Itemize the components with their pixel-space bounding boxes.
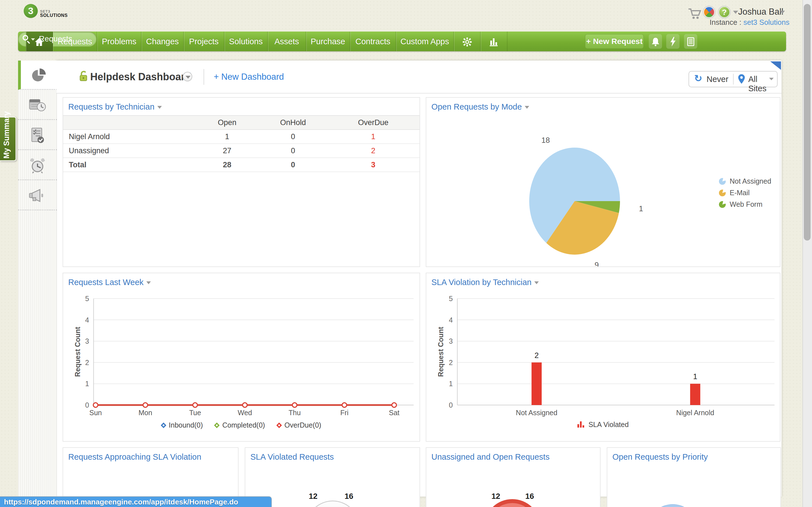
corner-ribbon[interactable] [770, 61, 781, 70]
col-overdue: OverDue [327, 115, 419, 129]
col-open: Open [195, 115, 259, 129]
new-request-button[interactable]: + New Request [585, 34, 644, 49]
svg-text:Sun: Sun [89, 409, 102, 416]
nav-projects[interactable]: Projects [184, 32, 224, 51]
pie-chart-icon [30, 67, 48, 83]
scrollbar-thumb[interactable] [804, 4, 811, 240]
svg-text:5: 5 [85, 295, 89, 302]
legend-diamond-icon [214, 422, 220, 428]
sla-bar-chart: 012345Request Count2Not Assigned1Nigel A… [426, 273, 780, 441]
bar-chart-legend: SLA Violated [426, 420, 780, 430]
table-total-row: Total 28 0 3 [63, 158, 419, 172]
help-icon[interactable]: ? [718, 6, 731, 18]
legend-diamond-icon [161, 422, 166, 428]
svg-text:4: 4 [85, 316, 89, 324]
nav-solutions[interactable]: Solutions [224, 32, 268, 51]
sidebar-item-reminders[interactable] [18, 151, 57, 180]
svg-text:Request Count: Request Count [437, 327, 445, 377]
legend-bars-icon [577, 421, 585, 428]
bell-icon [651, 37, 660, 46]
search-input[interactable] [39, 33, 93, 45]
alarm-clock-icon [29, 157, 46, 173]
search-scope-caret-icon[interactable] [31, 38, 35, 41]
nav-changes[interactable]: Changes [142, 32, 184, 51]
refresh-icon: ↻ [694, 73, 702, 84]
legend-item: Web Form [719, 200, 771, 209]
notifications-button[interactable] [649, 34, 662, 49]
new-dashboard-link[interactable]: + New Dashboard [214, 72, 284, 82]
panel-unassigned-open-requests: Unassigned and Open Requests 12 16 [426, 447, 601, 507]
svg-text:Nigel Arnold: Nigel Arnold [676, 409, 714, 416]
panel-sla-violation-by-technician: SLA Violation by Technician 012345Reques… [426, 273, 780, 442]
calendar-clock-icon [29, 98, 47, 113]
svg-text:Tue: Tue [189, 409, 201, 416]
svg-text:Sat: Sat [389, 409, 400, 416]
legend-pie-marker-icon [719, 189, 726, 196]
refresh-sites-control[interactable]: ↻ Never All Sites [689, 71, 777, 87]
bar-chart-icon [489, 37, 499, 47]
task-list-button[interactable] [684, 34, 697, 49]
svg-text:0: 0 [85, 401, 89, 409]
legend-item: Completed(0) [215, 421, 265, 429]
panel-title[interactable]: Unassigned and Open Requests [432, 452, 550, 462]
help-caret-icon[interactable] [733, 11, 738, 14]
panel-title[interactable]: Requests Approaching SLA Violation [68, 452, 201, 462]
pie-chart-partial [652, 504, 694, 507]
user-menu[interactable]: Joshua Ball [738, 7, 783, 17]
nav-admin[interactable] [454, 32, 481, 51]
svg-text:2: 2 [449, 358, 453, 367]
svg-text:Wed: Wed [238, 409, 252, 416]
svg-text:Not Assigned: Not Assigned [516, 409, 557, 416]
search-icon [22, 35, 28, 41]
nav-problems[interactable]: Problems [97, 32, 142, 51]
svg-text:Thu: Thu [289, 409, 301, 416]
svg-text:1: 1 [449, 380, 453, 388]
svg-text:2: 2 [535, 351, 539, 360]
svg-text:Mon: Mon [139, 409, 152, 416]
dashboard-sidebar [18, 61, 57, 497]
panel-requests-by-technician: Requests by Technician Open OnHold OverD… [63, 97, 420, 267]
dashboard-title: Helpdesk Dashboard [90, 71, 191, 83]
sites-filter-label[interactable]: All Sites [748, 75, 777, 93]
panel-requests-last-week: Requests Last Week 012345Request CountSu… [63, 273, 420, 442]
instance-label: Instance : [710, 18, 742, 26]
gauge-tick-label: 12 [309, 492, 317, 501]
refresh-interval-label[interactable]: Never [707, 75, 728, 84]
nav-reports[interactable] [481, 32, 507, 51]
lock-icon [79, 70, 89, 83]
svg-text:1: 1 [85, 380, 89, 388]
line-chart-legend: Inbound(0) Completed(0) OverDue(0) [63, 421, 419, 430]
panel-title[interactable]: Open Requests by Priority [612, 452, 708, 462]
legend-pie-marker-icon [719, 201, 726, 208]
nav-contracts[interactable]: Contracts [350, 32, 396, 51]
svg-text:3: 3 [85, 337, 89, 345]
panel-title[interactable]: Requests by Technician [68, 102, 162, 112]
panel-menu-caret-icon[interactable] [157, 106, 162, 109]
technician-table: Open OnHold OverDue Nigel Arnold 1 0 1 U… [63, 115, 419, 172]
brand-logo: 3 [24, 4, 38, 18]
my-summary-tab[interactable]: My Summary [0, 117, 16, 161]
sidebar-item-scheduler[interactable] [18, 91, 57, 120]
location-pin-icon [738, 74, 746, 84]
gauge-chart [306, 501, 359, 507]
sidebar-item-announcements[interactable] [18, 181, 57, 210]
nav-custom-apps[interactable]: Custom Apps [396, 32, 454, 51]
nav-assets[interactable]: Assets [268, 32, 306, 51]
panel-open-requests-by-mode: Open Requests by Mode 1918 Not Assigned … [426, 97, 780, 267]
legend-item: Inbound(0) [161, 421, 203, 429]
sidebar-item-dashboard[interactable] [18, 61, 57, 90]
gauge-tick-label: 16 [345, 492, 353, 501]
sidebar-item-approvals[interactable] [18, 121, 57, 150]
table-row: Nigel Arnold 1 0 1 [63, 129, 419, 144]
dashboard-title-menu[interactable] [183, 72, 192, 81]
svg-text:0: 0 [449, 401, 453, 409]
quick-actions-button[interactable] [666, 34, 679, 49]
nav-purchase[interactable]: Purchase [306, 32, 350, 51]
status-url-bar: https://sdpondemand.manageengine.com/app… [0, 496, 272, 507]
pill-divider [733, 74, 733, 84]
instance-link[interactable]: set3 Solutions [744, 18, 790, 26]
user-caret-icon[interactable] [780, 11, 785, 14]
panel-title[interactable]: SLA Violated Requests [250, 452, 334, 462]
svg-text:18: 18 [541, 136, 550, 145]
svg-text:9: 9 [595, 261, 599, 267]
